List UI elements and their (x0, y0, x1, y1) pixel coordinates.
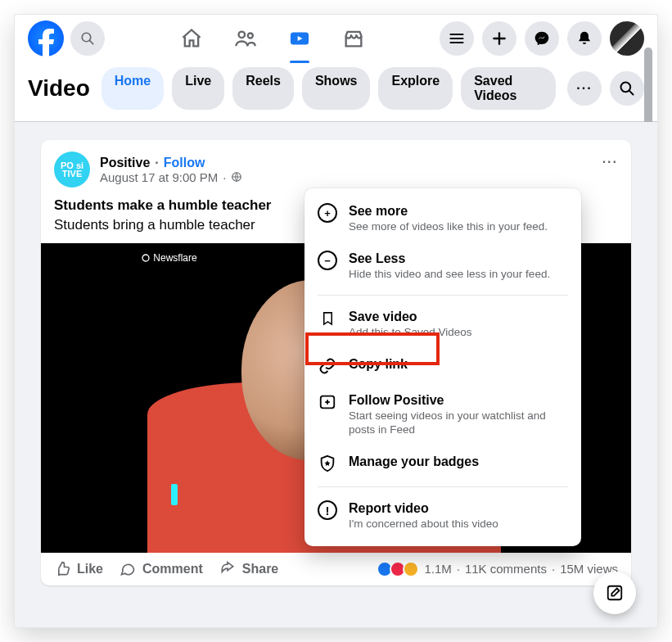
bell-icon (576, 30, 593, 47)
report-icon: ! (318, 500, 337, 520)
reaction-summary[interactable]: 1.1M · 11K comments · 15M views (380, 561, 618, 577)
messenger-icon (534, 30, 550, 47)
video-progress-indicator[interactable] (171, 484, 178, 505)
minus-circle-icon: − (318, 251, 337, 270)
popover-item-save-video[interactable]: Save video Add this to Saved Videos (304, 301, 581, 348)
video-search-button[interactable] (610, 71, 644, 106)
comment-button[interactable]: Comment (120, 561, 203, 577)
chip-shows[interactable]: Shows (302, 67, 371, 110)
bookmark-icon (318, 309, 337, 328)
comment-count: 11K comments (465, 562, 547, 576)
tab-video[interactable] (275, 19, 324, 58)
link-icon (318, 356, 337, 376)
chip-saved-videos[interactable]: Saved Videos (461, 67, 556, 110)
separator-dot: · (155, 156, 158, 170)
like-button[interactable]: Like (54, 561, 103, 577)
nav-center-tabs (111, 19, 433, 58)
nav-right (440, 21, 644, 56)
ellipsis-icon: ··· (576, 81, 592, 96)
search-icon (619, 80, 635, 97)
like-icon (54, 561, 70, 577)
care-reaction-icon (403, 561, 419, 577)
video-subnav: Video Home Live Reels Shows Explore Save… (15, 62, 657, 122)
create-button[interactable] (482, 21, 516, 56)
menu-icon (449, 30, 465, 47)
svg-point-3 (247, 33, 252, 38)
page-name[interactable]: Positive (100, 156, 150, 170)
popover-item-see-more[interactable]: + See more See more of videos like this … (304, 195, 581, 242)
chip-home[interactable]: Home (101, 67, 164, 110)
popover-item-see-less[interactable]: − See Less Hide this video and see less … (304, 242, 581, 290)
popover-item-manage-badges[interactable]: Manage your badges (304, 445, 581, 482)
video-more-button[interactable]: ··· (567, 71, 602, 106)
facebook-logo[interactable] (28, 20, 64, 57)
page-avatar[interactable]: PO siTIVE (54, 151, 90, 188)
svg-point-13 (142, 255, 149, 261)
video-watermark: Newsflare (135, 250, 203, 266)
post-menu-button[interactable]: ··· (602, 155, 618, 170)
badge-icon (318, 454, 337, 473)
friends-icon (234, 27, 257, 50)
menu-button[interactable] (440, 21, 474, 56)
scrollbar[interactable] (644, 47, 652, 133)
plus-circle-icon: + (318, 203, 337, 223)
tab-friends[interactable] (221, 19, 270, 58)
compose-icon (606, 584, 624, 602)
popover-item-follow[interactable]: Follow Positive Start seeing videos in y… (304, 384, 581, 445)
post-header: PO siTIVE Positive · Follow August 17 at… (41, 140, 631, 191)
follow-add-icon (318, 392, 337, 412)
reaction-icons (380, 561, 419, 577)
home-icon (180, 27, 203, 50)
video-filter-chips: Home Live Reels Shows Explore Saved Vide… (101, 67, 556, 110)
chip-explore[interactable]: Explore (378, 67, 453, 110)
reaction-count: 1.1M (424, 562, 451, 576)
popover-item-copy-link[interactable]: Copy link (304, 348, 581, 384)
compose-fab[interactable] (593, 572, 636, 614)
marketplace-icon (342, 27, 365, 50)
notifications-button[interactable] (567, 21, 602, 56)
search-button[interactable] (70, 21, 105, 56)
page-title: Video (28, 75, 90, 102)
svg-line-11 (629, 91, 634, 95)
watermark-icon (142, 254, 150, 262)
svg-line-1 (90, 41, 93, 44)
svg-rect-14 (608, 586, 622, 600)
share-button[interactable]: Share (219, 561, 278, 577)
popover-divider (318, 486, 568, 487)
comment-icon (120, 561, 136, 577)
post-options-popover: + See more See more of videos like this … (304, 188, 581, 546)
chip-live[interactable]: Live (172, 67, 224, 110)
app-frame: Video Home Live Reels Shows Explore Save… (15, 15, 657, 627)
svg-point-2 (238, 32, 244, 38)
share-icon (219, 561, 236, 577)
post-timestamp[interactable]: August 17 at 9:00 PM (100, 170, 218, 184)
follow-link[interactable]: Follow (164, 156, 205, 170)
messenger-button[interactable] (525, 21, 559, 56)
tab-home[interactable] (167, 19, 216, 58)
chip-reels[interactable]: Reels (232, 67, 294, 110)
plus-icon (491, 30, 507, 47)
top-nav (15, 15, 657, 62)
globe-icon (231, 171, 242, 183)
post-actions: Like Comment Share 1.1M (41, 553, 631, 585)
video-icon (288, 27, 311, 50)
tab-marketplace[interactable] (329, 19, 378, 58)
account-avatar[interactable] (610, 21, 644, 56)
popover-item-report[interactable]: ! Report video I'm concerned about this … (304, 492, 581, 540)
popover-divider (318, 295, 568, 296)
